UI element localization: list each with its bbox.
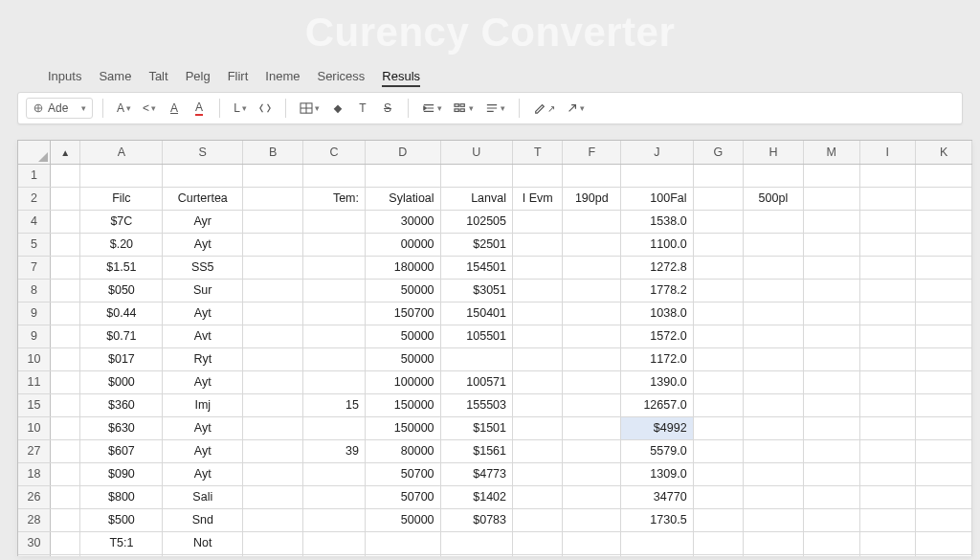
cell[interactable]: 150000: [365, 416, 440, 439]
cell[interactable]: [243, 347, 303, 370]
cell[interactable]: Ayt: [163, 439, 243, 462]
cell[interactable]: [693, 256, 743, 279]
cell[interactable]: Ayt: [163, 370, 243, 393]
cell[interactable]: [859, 302, 916, 325]
cell[interactable]: [513, 325, 563, 347]
row-header[interactable]: 26: [18, 485, 51, 508]
cell[interactable]: [303, 279, 366, 302]
cell[interactable]: [743, 439, 803, 462]
cell[interactable]: [916, 439, 972, 462]
cell[interactable]: 1172.0: [621, 347, 693, 370]
cell[interactable]: [693, 393, 743, 416]
cell[interactable]: [243, 256, 303, 279]
cell[interactable]: Ayr: [163, 210, 243, 233]
cell[interactable]: [303, 370, 366, 393]
cell[interactable]: [743, 370, 803, 393]
cell[interactable]: SS5: [163, 256, 243, 279]
cell[interactable]: [513, 508, 563, 531]
cell[interactable]: [916, 347, 972, 370]
cell[interactable]: $017: [80, 347, 163, 370]
cell[interactable]: Ayt: [163, 416, 243, 439]
cell[interactable]: Avt: [163, 325, 243, 347]
cell[interactable]: [859, 416, 916, 439]
cell[interactable]: 50700: [365, 462, 440, 485]
row-header[interactable]: 30: [18, 531, 51, 554]
cell[interactable]: [859, 233, 916, 256]
cell[interactable]: [859, 393, 916, 416]
cell[interactable]: [563, 393, 621, 416]
cell[interactable]: T5:1: [80, 531, 163, 554]
cell[interactable]: [243, 325, 303, 347]
cell[interactable]: [513, 462, 563, 485]
cell[interactable]: [243, 279, 303, 302]
cell[interactable]: [803, 508, 859, 531]
cell[interactable]: Ayt: [163, 233, 243, 256]
row-header[interactable]: 11: [18, 370, 51, 393]
cell[interactable]: [243, 370, 303, 393]
col-header-J[interactable]: J: [621, 141, 693, 164]
col-header-T[interactable]: T: [513, 141, 563, 164]
cell[interactable]: [563, 279, 621, 302]
cell[interactable]: 5579.0: [621, 439, 693, 462]
cell[interactable]: [513, 531, 563, 554]
cell[interactable]: 1038.0: [621, 302, 693, 325]
cell[interactable]: 15: [303, 393, 366, 416]
cell[interactable]: $.20: [80, 233, 163, 256]
font-color-button[interactable]: A: [189, 98, 210, 119]
cell[interactable]: $4773: [440, 462, 512, 485]
cell[interactable]: [303, 531, 366, 554]
row-header[interactable]: 27: [18, 439, 51, 462]
cell[interactable]: [440, 554, 512, 556]
cell[interactable]: [693, 508, 743, 531]
cell[interactable]: [513, 256, 563, 279]
tab-ineme[interactable]: Ineme: [265, 67, 300, 87]
cell[interactable]: [365, 531, 440, 554]
cell[interactable]: [563, 233, 621, 256]
col-header-I[interactable]: I: [859, 141, 916, 164]
cell[interactable]: [303, 347, 366, 370]
cell[interactable]: $1501: [440, 416, 512, 439]
cell[interactable]: Lanval: [440, 187, 512, 210]
wrap-button[interactable]: ▾: [481, 98, 509, 119]
cell[interactable]: 1538.0: [621, 210, 693, 233]
cell[interactable]: [80, 554, 163, 556]
cell[interactable]: [803, 256, 859, 279]
cell[interactable]: Ayt: [163, 302, 243, 325]
tab-pelg[interactable]: Pelg: [186, 67, 211, 87]
row-header[interactable]: 18: [18, 462, 51, 485]
cell[interactable]: [243, 187, 303, 210]
row-header[interactable]: 9: [18, 302, 51, 325]
cell[interactable]: $630: [80, 416, 163, 439]
cell[interactable]: [243, 210, 303, 233]
cell[interactable]: [693, 233, 743, 256]
cell[interactable]: [513, 233, 563, 256]
cell[interactable]: [303, 256, 366, 279]
cell[interactable]: $3051: [440, 279, 512, 302]
cell[interactable]: Filc: [80, 187, 163, 210]
cell[interactable]: [743, 233, 803, 256]
cell[interactable]: 1309.0: [621, 462, 693, 485]
cell[interactable]: $1402: [440, 485, 512, 508]
cell[interactable]: [243, 485, 303, 508]
cell[interactable]: [859, 279, 916, 302]
col-header-S[interactable]: S: [163, 141, 243, 164]
cell[interactable]: [859, 325, 916, 347]
cell[interactable]: [743, 347, 803, 370]
font-select[interactable]: Ade ▾: [26, 98, 93, 119]
cell[interactable]: 190pd: [563, 187, 621, 210]
cell[interactable]: 100571: [440, 370, 512, 393]
cell[interactable]: $050: [80, 279, 163, 302]
cell[interactable]: [563, 370, 621, 393]
cell[interactable]: [563, 256, 621, 279]
font-size-button[interactable]: A▾: [113, 98, 135, 119]
cell[interactable]: [440, 531, 512, 554]
cell[interactable]: [693, 187, 743, 210]
cell[interactable]: [243, 416, 303, 439]
cell[interactable]: [303, 210, 366, 233]
cell[interactable]: Sali: [163, 485, 243, 508]
cell[interactable]: [303, 416, 366, 439]
cell[interactable]: 1730.5: [621, 508, 693, 531]
cell[interactable]: [693, 485, 743, 508]
cell[interactable]: [365, 554, 440, 556]
cell[interactable]: [513, 554, 563, 556]
